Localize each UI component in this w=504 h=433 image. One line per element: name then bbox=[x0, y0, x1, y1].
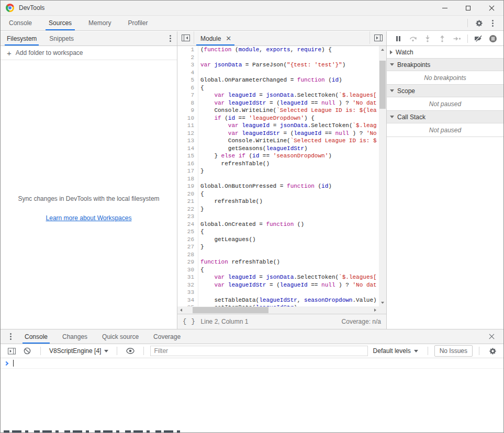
line-number[interactable]: 22 bbox=[177, 206, 198, 213]
log-levels-label: Default levels bbox=[373, 347, 411, 355]
line-number[interactable]: 20 bbox=[177, 190, 198, 198]
console-output[interactable] bbox=[1, 358, 503, 432]
line-number[interactable]: 4 bbox=[177, 69, 198, 77]
pause-script-icon[interactable] bbox=[392, 33, 405, 44]
show-debugger-icon[interactable] bbox=[369, 31, 386, 44]
code-line-21: 21 refreshTable() bbox=[177, 198, 379, 206]
workspaces-learn-more-link[interactable]: Learn more about Workspaces bbox=[1, 214, 177, 222]
pretty-print-icon[interactable]: { } bbox=[183, 318, 196, 325]
line-number[interactable]: 27 bbox=[177, 243, 198, 251]
horizontal-scroll-thumb[interactable] bbox=[193, 307, 268, 313]
line-number[interactable]: 15 bbox=[177, 152, 198, 160]
deactivate-breakpoints-icon[interactable] bbox=[472, 33, 485, 44]
line-number[interactable]: 26 bbox=[177, 236, 198, 244]
line-number[interactable]: 30 bbox=[177, 266, 198, 274]
line-number[interactable]: 33 bbox=[177, 289, 198, 297]
tab-close-icon[interactable]: ✕ bbox=[225, 35, 232, 42]
console-prompt[interactable] bbox=[1, 358, 503, 369]
divider bbox=[467, 19, 468, 27]
close-icon bbox=[489, 334, 495, 339]
tab-sources[interactable]: Sources bbox=[40, 16, 80, 30]
line-number[interactable]: 25 bbox=[177, 228, 198, 236]
line-number[interactable]: 28 bbox=[177, 251, 198, 259]
code-line-1: 1(function (module, exports, require) { bbox=[177, 46, 379, 54]
drawer-tab-console[interactable]: Console bbox=[17, 329, 55, 344]
drawer-menu-icon[interactable] bbox=[4, 331, 17, 343]
kebab-menu-icon bbox=[492, 20, 494, 27]
watch-section-header[interactable]: Watch bbox=[387, 46, 503, 59]
line-number[interactable]: 32 bbox=[177, 281, 198, 289]
drawer-tab-coverage[interactable]: Coverage bbox=[146, 329, 188, 344]
code-line-4: 4 bbox=[177, 69, 379, 77]
scope-section-header[interactable]: Scope bbox=[387, 85, 503, 97]
line-number[interactable]: 5 bbox=[177, 76, 198, 84]
line-number[interactable]: 23 bbox=[177, 213, 198, 221]
code-line-24: 24Global.OnCreated = function () bbox=[177, 221, 379, 229]
line-number[interactable]: 34 bbox=[177, 297, 198, 304]
more-options-icon[interactable] bbox=[486, 17, 499, 29]
line-number[interactable]: 11 bbox=[177, 122, 198, 130]
line-number[interactable]: 31 bbox=[177, 274, 198, 281]
line-number[interactable]: 13 bbox=[177, 137, 198, 145]
chrome-logo-icon bbox=[6, 4, 14, 12]
execution-context-selector[interactable]: V8ScriptEngine [4] bbox=[47, 347, 110, 355]
chevron-right-icon bbox=[390, 50, 393, 54]
line-number[interactable]: 6 bbox=[177, 84, 198, 92]
line-number[interactable]: 14 bbox=[177, 145, 198, 153]
step-icon[interactable] bbox=[451, 33, 463, 44]
watch-label: Watch bbox=[396, 49, 413, 56]
step-over-icon[interactable] bbox=[407, 33, 419, 44]
line-number[interactable]: 8 bbox=[177, 99, 198, 107]
log-levels-selector[interactable]: Default levels bbox=[370, 347, 421, 355]
clear-console-icon[interactable] bbox=[20, 345, 34, 357]
line-number[interactable]: 18 bbox=[177, 175, 198, 183]
hide-navigator-icon[interactable] bbox=[177, 31, 194, 44]
maximize-button[interactable] bbox=[456, 1, 480, 15]
tab-snippets[interactable]: Snippets bbox=[43, 31, 80, 45]
minimize-button[interactable] bbox=[433, 1, 456, 15]
console-settings-gear-icon[interactable] bbox=[486, 345, 499, 357]
divider bbox=[467, 35, 468, 43]
line-number[interactable]: 1 bbox=[177, 46, 198, 54]
callstack-section-header[interactable]: Call Stack bbox=[387, 111, 503, 123]
line-number[interactable]: 21 bbox=[177, 198, 198, 206]
line-number[interactable]: 29 bbox=[177, 258, 198, 266]
tab-console[interactable]: Console bbox=[1, 16, 40, 30]
callstack-message: Not paused bbox=[387, 123, 503, 137]
editor-panel: Module ✕ 1(function (module, exports, re… bbox=[177, 31, 387, 329]
line-number[interactable]: 16 bbox=[177, 160, 198, 168]
drawer-tab-quick-source[interactable]: Quick source bbox=[95, 329, 146, 344]
code-editor[interactable]: 1(function (module, exports, require) {2… bbox=[177, 46, 386, 314]
tab-memory[interactable]: Memory bbox=[80, 16, 119, 30]
line-number[interactable]: 7 bbox=[177, 92, 198, 99]
add-folder-button[interactable]: + Add folder to workspace bbox=[1, 46, 177, 60]
line-number[interactable]: 10 bbox=[177, 115, 198, 122]
navigator-more-icon[interactable] bbox=[163, 32, 177, 45]
drawer-close-button[interactable] bbox=[485, 331, 498, 343]
drawer-tab-changes[interactable]: Changes bbox=[55, 329, 95, 344]
step-out-icon[interactable] bbox=[436, 33, 449, 44]
tab-profiler[interactable]: Profiler bbox=[119, 16, 156, 30]
show-console-sidebar-icon[interactable] bbox=[5, 345, 18, 357]
line-number[interactable]: 12 bbox=[177, 130, 198, 138]
line-number[interactable]: 24 bbox=[177, 221, 198, 229]
line-number[interactable]: 9 bbox=[177, 107, 198, 115]
line-number[interactable]: 17 bbox=[177, 167, 198, 175]
vertical-scroll-thumb[interactable] bbox=[379, 61, 386, 109]
console-filter-input[interactable] bbox=[150, 346, 367, 356]
line-number[interactable]: 19 bbox=[177, 183, 198, 190]
tab-filesystem[interactable]: Filesystem bbox=[1, 31, 43, 45]
editor-vertical-scrollbar[interactable] bbox=[379, 46, 386, 306]
live-expression-eye-icon[interactable] bbox=[124, 345, 137, 357]
editor-tab-module[interactable]: Module ✕ bbox=[194, 31, 237, 45]
step-into-icon[interactable] bbox=[421, 33, 434, 44]
line-number[interactable]: 3 bbox=[177, 61, 198, 69]
settings-gear-icon[interactable] bbox=[472, 17, 486, 29]
scope-label: Scope bbox=[397, 87, 415, 95]
breakpoints-section-header[interactable]: Breakpoints bbox=[387, 59, 503, 71]
line-number[interactable]: 2 bbox=[177, 54, 198, 62]
close-button[interactable] bbox=[480, 1, 503, 15]
no-issues-button[interactable]: No Issues bbox=[434, 345, 473, 357]
pause-on-exceptions-icon[interactable] bbox=[487, 33, 499, 44]
editor-horizontal-scrollbar[interactable] bbox=[177, 306, 379, 314]
